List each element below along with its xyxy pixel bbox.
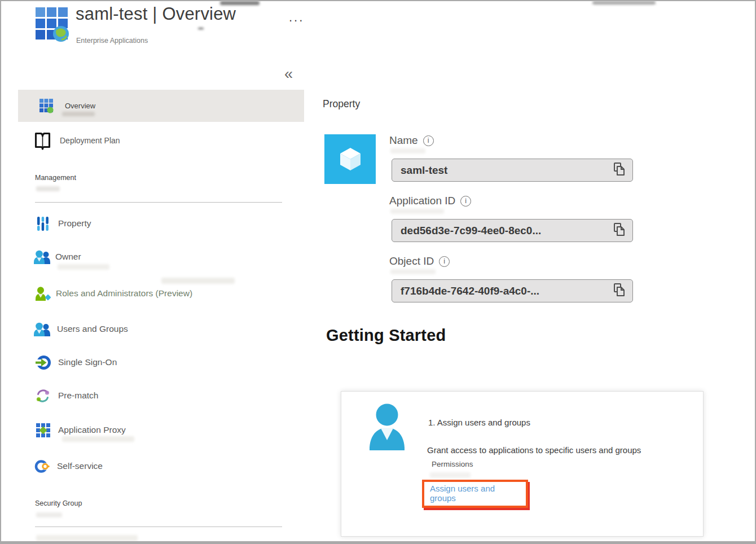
sidebar-item-label: Owner xyxy=(55,252,81,262)
sidebar-item-pre-match[interactable]: Pre-match xyxy=(34,386,99,405)
page-title: saml-test | Overview xyxy=(76,4,236,24)
redaction-smudge xyxy=(161,278,235,284)
card-step-title: 1. Assign users and groups xyxy=(428,418,530,427)
sidebar-item-roles-administrators[interactable]: Roles and Administrators (Preview) xyxy=(34,284,192,303)
copy-icon[interactable] xyxy=(613,162,626,178)
sidebar-item-self-service[interactable]: Self-service xyxy=(33,457,103,476)
sync-arrows-icon xyxy=(34,388,52,403)
copy-icon[interactable] xyxy=(613,222,626,239)
field-label-text: Object ID xyxy=(389,255,434,267)
collapse-sidebar-icon[interactable]: « xyxy=(284,67,293,82)
name-field[interactable]: saml-test xyxy=(392,159,633,182)
redaction-smudge xyxy=(390,148,425,153)
admin-person-icon xyxy=(34,287,52,301)
sidebar-item-single-sign-on[interactable]: Single Sign-On xyxy=(34,353,117,372)
sidebar-item-label: Pre-match xyxy=(58,391,99,401)
sidebar-section-management: Management xyxy=(35,174,76,182)
breadcrumb-subtitle: Enterprise Applications xyxy=(76,37,148,45)
sidebar-divider xyxy=(35,202,282,203)
sidebar-item-application-proxy[interactable]: Application Proxy xyxy=(34,420,126,440)
field-label-text: Name xyxy=(389,134,418,147)
card-permissions-label: Permissions xyxy=(432,460,473,468)
azure-enterprise-app-overview-page: saml-test | Overview Enterprise Applicat… xyxy=(0,0,756,544)
object-id-field[interactable]: f716b4de-7642-40f9-a4c0-... xyxy=(392,279,633,302)
app-grid-globe-icon xyxy=(33,5,71,42)
assign-users-card: 1. Assign users and groups Grant access … xyxy=(341,391,704,537)
overview-grid-icon xyxy=(37,98,55,113)
annotation-highlight-box: Assign users and groups xyxy=(422,480,528,508)
people-icon xyxy=(33,250,51,264)
object-id-field-label: Object ID i xyxy=(389,255,450,267)
panel-title: Property xyxy=(323,98,360,110)
sidebar-item-owner[interactable]: Owner xyxy=(33,247,81,266)
sidebar-item-property[interactable]: Property xyxy=(34,214,91,233)
sidebar-section-security-group: Security Group xyxy=(35,499,82,507)
grid-diamond-icon xyxy=(34,423,52,438)
application-id-field[interactable]: ded56d3e-7c99-4ee0-8ec0... xyxy=(392,219,633,242)
sidebar-item-label: Users and Groups xyxy=(57,324,128,334)
copy-icon[interactable] xyxy=(613,283,626,299)
sidebar-item-label: Single Sign-On xyxy=(58,357,117,367)
redaction-smudge xyxy=(36,512,62,517)
sidebar-item-users-groups[interactable]: Users and Groups xyxy=(33,319,128,339)
sidebar-item-label: Overview xyxy=(65,102,95,110)
field-label-text: Application ID xyxy=(389,195,455,207)
sidebar-item-label: Deployment Plan xyxy=(60,136,120,145)
book-icon xyxy=(33,131,51,150)
app-cube-tile-icon xyxy=(324,134,376,184)
redaction-smudge xyxy=(390,269,436,274)
getting-started-heading: Getting Started xyxy=(326,326,446,345)
user-silhouette-icon xyxy=(367,403,407,453)
field-value: f716b4de-7642-40f9-a4c0-... xyxy=(401,285,613,297)
redaction-smudge xyxy=(592,1,656,5)
sidebar-item-overview[interactable]: Overview xyxy=(18,90,304,122)
info-icon[interactable]: i xyxy=(439,256,450,267)
more-options-button[interactable]: ... xyxy=(289,11,304,24)
sidebar-item-label: Self-service xyxy=(57,461,103,471)
redaction-smudge xyxy=(36,535,138,541)
redaction-smudge xyxy=(390,209,444,214)
name-field-label: Name i xyxy=(389,134,434,147)
field-value: saml-test xyxy=(401,164,613,177)
sliders-icon xyxy=(34,216,52,231)
sso-arrow-ring-icon xyxy=(34,354,52,371)
assign-users-groups-link[interactable]: Assign users and groups xyxy=(424,482,509,503)
card-description: Grant access to applications to specific… xyxy=(427,445,641,455)
sidebar-divider xyxy=(35,527,282,527)
redaction-smudge xyxy=(198,28,204,29)
sidebar-item-label: Roles and Administrators (Preview) xyxy=(56,288,192,299)
people-icon xyxy=(33,322,51,336)
redaction-smudge xyxy=(36,186,60,191)
sidebar-item-label: Property xyxy=(58,218,91,229)
field-value: ded56d3e-7c99-4ee0-8ec0... xyxy=(401,225,613,237)
sidebar-item-deployment-plan[interactable]: Deployment Plan xyxy=(18,129,304,152)
application-id-field-label: Application ID i xyxy=(389,195,471,207)
info-icon[interactable]: i xyxy=(423,135,434,146)
ring-key-icon xyxy=(33,459,51,474)
sidebar-item-label: Application Proxy xyxy=(58,425,126,435)
info-icon[interactable]: i xyxy=(460,196,471,207)
